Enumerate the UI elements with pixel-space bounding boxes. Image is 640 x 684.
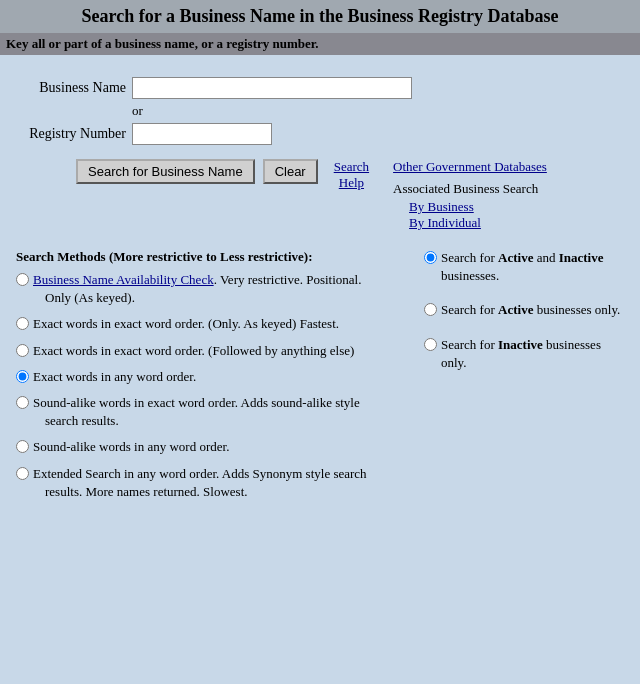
registry-number-label: Registry Number [16,126,126,142]
search-business-button[interactable]: Search for Business Name [76,159,255,184]
search-help-link[interactable]: SearchHelp [334,159,369,190]
registry-number-input[interactable] [132,123,272,145]
filter-active-only-radio[interactable] [424,303,437,316]
biz-name-availability-link[interactable]: Business Name Availability Check [33,272,214,287]
search-method-2-radio[interactable] [16,317,29,330]
clear-button[interactable]: Clear [263,159,318,184]
filter-active-inactive-radio[interactable] [424,251,437,264]
search-method-7-radio[interactable] [16,467,29,480]
business-name-input[interactable] [132,77,412,99]
other-gov-databases-link[interactable]: Other Government Databases [393,159,547,175]
by-individual-link[interactable]: By Individual [409,215,481,231]
search-method-4: Exact words in any word order. [16,368,404,386]
search-methods-title: Search Methods (More restrictive to Less… [16,249,404,265]
search-method-6: Sound-alike words in any word order. [16,438,404,456]
filter-active-inactive: Search for Active and Inactive businesse… [424,249,624,285]
search-method-6-radio[interactable] [16,440,29,453]
search-method-5: Sound-alike words in exact word order. A… [16,394,404,430]
business-name-label: Business Name [16,80,126,96]
page-title: Search for a Business Name in the Busine… [0,0,640,33]
search-method-4-radio[interactable] [16,370,29,383]
or-label: or [132,103,624,119]
search-method-5-radio[interactable] [16,396,29,409]
search-method-3: Exact words in exact word order. (Follow… [16,342,404,360]
subtitle-bar: Key all or part of a business name, or a… [0,33,640,55]
search-method-1: Business Name Availability Check. Very r… [16,271,404,307]
search-method-3-radio[interactable] [16,344,29,357]
search-method-7: Extended Search in any word order. Adds … [16,465,404,501]
filter-inactive-only: Search for Inactive businesses only. [424,336,624,372]
filter-inactive-only-radio[interactable] [424,338,437,351]
search-method-2: Exact words in exact word order. (Only. … [16,315,404,333]
filter-active-only: Search for Active businesses only. [424,301,624,319]
search-method-1-radio[interactable] [16,273,29,286]
assoc-business-search-label: Associated Business Search [393,181,538,197]
by-business-link[interactable]: By Business [409,199,474,215]
